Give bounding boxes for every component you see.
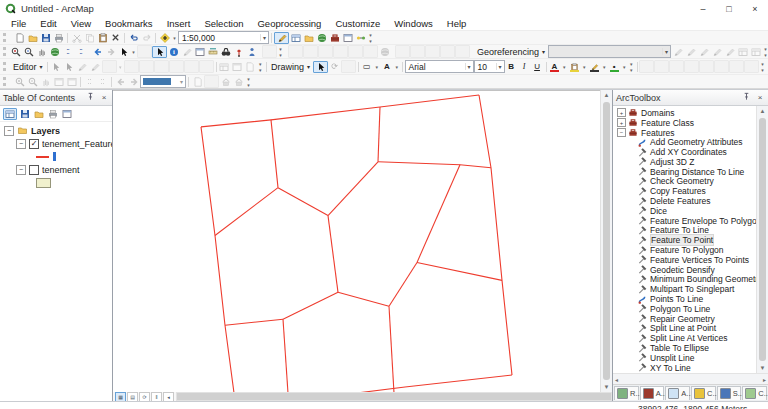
map-canvas[interactable]: [113, 90, 600, 392]
select-elements-icon[interactable]: [152, 46, 167, 58]
toolbox-row-table-to-ellipse[interactable]: Table To Ellipse: [615, 343, 756, 353]
close-icon[interactable]: ×: [99, 93, 109, 102]
minimize-button[interactable]: –: [690, 1, 716, 17]
full-extent-icon[interactable]: [48, 46, 61, 57]
new-document-icon[interactable]: [13, 32, 26, 43]
toolbox-row-check-geometry[interactable]: Check Geometry: [615, 177, 756, 187]
menu-insert[interactable]: Insert: [160, 18, 198, 29]
measure-icon[interactable]: [206, 46, 219, 57]
close-button[interactable]: ×: [742, 1, 768, 17]
zoom-in-icon[interactable]: [9, 46, 22, 57]
dock-tab-arctoolbox[interactable]: A...: [640, 386, 665, 400]
toolbar-overflow[interactable]: ▾▾: [245, 76, 252, 88]
scrollbar-thumb[interactable]: [177, 393, 611, 400]
paste-icon[interactable]: [96, 32, 109, 43]
dock-tab-catalog[interactable]: C...: [691, 386, 716, 400]
toolbar-overflow[interactable]: ▾▾: [762, 46, 768, 58]
toolbar-overflow[interactable]: ▾▾: [367, 32, 374, 44]
toolbox-row-xy-to-line[interactable]: XY To Line: [615, 363, 756, 373]
scroll-down-icon[interactable]: ▼: [604, 382, 610, 392]
toolbox-vertical-scrollbar[interactable]: ▲ ▼: [756, 106, 768, 373]
toolbox-row-bearing-distance-to-line[interactable]: Bearing Distance To Line: [615, 167, 756, 177]
expander-icon[interactable]: −: [4, 126, 14, 136]
refresh-view-button[interactable]: ⟳: [139, 392, 150, 402]
toolbox-row-feature-to-polygon[interactable]: Feature To Polygon: [615, 245, 756, 255]
undo-icon[interactable]: [127, 32, 140, 43]
go-back-extent-icon[interactable]: [91, 46, 104, 57]
toolbox-horizontal-scrollbar[interactable]: ◂ ▸: [613, 373, 768, 384]
dock-tab-search[interactable]: S...: [717, 386, 742, 400]
menu-view[interactable]: View: [64, 18, 98, 29]
toc-root-layers[interactable]: −Layers: [0, 124, 112, 137]
toc-layer-1[interactable]: −tenement: [0, 163, 112, 176]
pan-icon[interactable]: [35, 46, 48, 57]
add-data-icon[interactable]: [158, 32, 171, 43]
shape-dropdown[interactable]: ▾: [373, 64, 380, 70]
expander-icon[interactable]: +: [617, 118, 626, 127]
pin-icon[interactable]: [741, 92, 751, 103]
scroll-right-icon[interactable]: ▸: [763, 376, 766, 383]
toolbox-row-geodetic-densify[interactable]: Geodetic Densify: [615, 265, 756, 275]
toolbox-row-feature-to-point[interactable]: Feature To Point: [615, 235, 756, 245]
map-horizontal-scrollbar[interactable]: [176, 392, 612, 401]
python-window-icon[interactable]: [341, 32, 354, 43]
toolbox-row-add-xy-coordinates[interactable]: Add XY Coordinates: [615, 147, 756, 157]
toolbox-row-multipart-to-singlepart[interactable]: Multipart To Singlepart: [615, 284, 756, 294]
toolbox-row-feature-class[interactable]: +Feature Class: [615, 118, 756, 128]
menu-help[interactable]: Help: [440, 18, 474, 29]
close-icon[interactable]: ×: [755, 93, 765, 102]
identify-icon[interactable]: [167, 46, 180, 57]
toc-options-icon[interactable]: [61, 108, 73, 119]
fixed-zoom-in-icon[interactable]: ⁚⁚: [61, 46, 74, 57]
map-vertical-scrollbar[interactable]: ▲ ▼: [600, 90, 612, 392]
toolbox-row-split-line-at-vertices[interactable]: Split Line At Vertices: [615, 333, 756, 343]
marker-color-icon[interactable]: •: [608, 61, 621, 72]
select-elements-icon[interactable]: [313, 61, 328, 73]
toolbox-row-repair-geometry[interactable]: Repair Geometry: [615, 314, 756, 324]
toolbar-overflow[interactable]: ▾▾: [257, 61, 264, 73]
menu-windows[interactable]: Windows: [387, 18, 440, 29]
line-color-dropdown[interactable]: ▾: [601, 64, 608, 70]
bold-icon[interactable]: B: [505, 61, 518, 72]
editor-toolbar-toggle-icon[interactable]: [274, 32, 289, 44]
underline-icon[interactable]: U: [531, 61, 544, 72]
toolbox-row-features[interactable]: −Features: [615, 128, 756, 138]
toolbar-grip[interactable]: [3, 47, 6, 56]
shape-tool-icon[interactable]: ▭: [360, 61, 373, 72]
save-icon[interactable]: [39, 32, 52, 43]
pin-icon[interactable]: [85, 92, 95, 103]
toolbox-row-adjust-3d-z[interactable]: Adjust 3D Z: [615, 157, 756, 167]
toolbox-row-feature-envelope-to-polygon[interactable]: Feature Envelope To Polygon: [615, 216, 756, 226]
layer-visibility-checkbox[interactable]: ✓: [29, 139, 39, 149]
toolbox-row-polygon-to-line[interactable]: Polygon To Line: [615, 304, 756, 314]
layout-view-button[interactable]: ▤: [127, 392, 138, 402]
html-popup-icon[interactable]: [193, 46, 206, 57]
editor-menu[interactable]: Editor▾: [10, 62, 46, 72]
arctoolbox-window-icon[interactable]: [328, 32, 341, 43]
toolbox-row-delete-features[interactable]: Delete Features: [615, 196, 756, 206]
text-dropdown[interactable]: ▾: [393, 64, 400, 70]
add-data-dropdown[interactable]: ▾: [171, 35, 178, 41]
polygon-symbol[interactable]: [36, 178, 51, 188]
dock-tab-create[interactable]: C...: [742, 386, 767, 400]
scroll-up-icon[interactable]: ▲: [604, 90, 610, 100]
select-features-icon[interactable]: [117, 46, 130, 57]
scroll-left-icon[interactable]: ◂: [163, 392, 174, 402]
search-window-icon[interactable]: [315, 32, 328, 43]
toolbar-grip[interactable]: [3, 77, 10, 86]
text-tool-icon[interactable]: A: [380, 61, 393, 72]
toolbar-overflow[interactable]: ▾▾: [277, 46, 284, 58]
toolbar-overflow[interactable]: ▾▾: [628, 61, 635, 73]
scrollbar-thumb[interactable]: [759, 118, 766, 361]
font-name-combo[interactable]: Arial▾: [405, 60, 474, 73]
find-icon[interactable]: [219, 46, 232, 57]
fixed-zoom-out-icon[interactable]: ⁚⁚: [74, 46, 87, 57]
toolbox-row-copy-features[interactable]: Copy Features: [615, 186, 756, 196]
dock-tab-attributes[interactable]: A...: [665, 386, 690, 400]
scrollbar-thumb[interactable]: [603, 102, 610, 380]
georeferencing-menu[interactable]: Georeferencing▾: [474, 47, 548, 57]
select-features-dropdown[interactable]: ▾: [130, 49, 137, 55]
expander-icon[interactable]: −: [16, 165, 26, 175]
toc-layer-0[interactable]: −✓tenement_FeatureToLine: [0, 137, 112, 150]
marker-color-dropdown[interactable]: ▾: [621, 64, 628, 70]
